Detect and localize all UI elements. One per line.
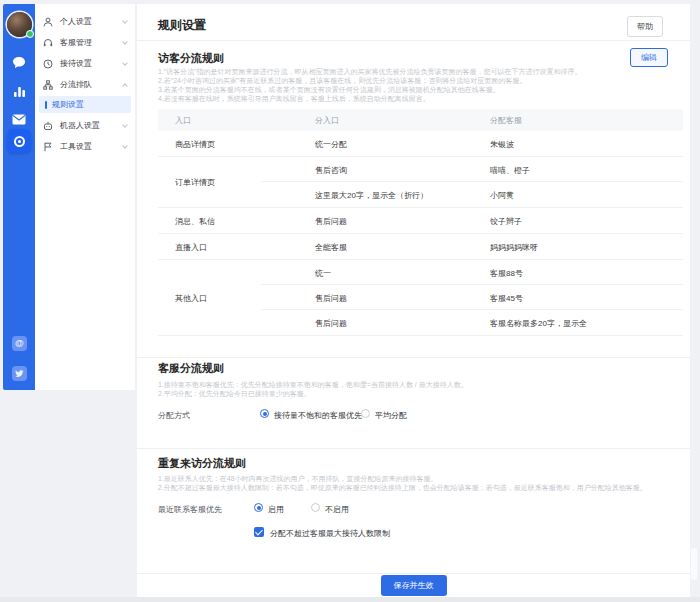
note-line: 4.若没有客服在线时，系统将引导用户离线留言，客服上线后，系统自动分配离线留言。: [158, 94, 582, 103]
sidebar-item-agent-management[interactable]: 客服管理: [35, 32, 135, 53]
content-panel: 规则设置 帮助 访客分流规则 编辑 1.“访客分流”指的是针对页面来源进行分流，…: [137, 4, 690, 597]
sidebar-item-label: 接待设置: [60, 58, 123, 69]
repeat-rules-notes: 1.最近联系人优先：在48小时内再次进线的用户，不用排队，直接分配给原来的接待客…: [158, 474, 647, 492]
radio-average-allocation[interactable]: [361, 409, 370, 418]
recent-contact-label: 最近联系客服优先: [158, 504, 222, 515]
footer-bar: 保存并生效: [137, 573, 690, 597]
divider: [137, 40, 690, 41]
note-line: 1.接待量不饱和客服优先：优先分配给接待量不饱和的客服，饱和度=当前接待人数 /…: [158, 380, 468, 389]
max-reception-limit-row: 分配不超过客服最大接待人数限制: [158, 526, 678, 540]
chat-icon[interactable]: [3, 52, 35, 72]
table-body: 商品详情页统一分配朱银波订单详情页售后咨询喵喵、橙子这里最大20字，显示全（折行…: [158, 131, 683, 336]
table-row: 售后问题饺子辫子: [158, 208, 683, 233]
note-line: 2.平均分配：优先分配给今日已接待量少的客服。: [158, 389, 468, 398]
sidebar-menu: 个人设置 客服管理 接待设置 分流排队 规则设置 机器人设置: [35, 4, 135, 390]
column-header-entrance: 入口: [175, 115, 191, 126]
note-line: 2.分配不超过客服最大接待人数限制：若不勾选，即使原来的客服已经到达接待上限，也…: [158, 483, 647, 492]
agents-cell: 朱银波: [490, 138, 514, 149]
app-rail: @: [3, 4, 35, 390]
chevron-down-icon: [122, 143, 128, 149]
sidebar-item-reception-settings[interactable]: 接待设置: [35, 53, 135, 74]
save-button[interactable]: 保存并生效: [381, 575, 447, 596]
radio-label[interactable]: 接待量不饱和的客服优先: [274, 410, 362, 421]
robot-icon: [43, 120, 54, 131]
divider: [137, 357, 690, 358]
column-header-sub-entrance: 分入口: [315, 115, 339, 126]
agents-cell: 客服45号: [490, 292, 523, 303]
target-ring: [14, 136, 25, 147]
bar-chart-icon[interactable]: [3, 82, 35, 102]
scrollbar-thumb[interactable]: [691, 548, 697, 580]
sub-entrance-cell: 这里最大20字，显示全（折行）: [315, 189, 428, 200]
radio-label[interactable]: 启用: [268, 504, 284, 515]
visitor-rules-title: 访客分流规则: [158, 51, 224, 66]
chevron-up-icon: [122, 83, 128, 89]
page-title: 规则设置: [158, 17, 206, 34]
sub-entrance-cell: 售后问题: [315, 317, 347, 328]
routing-table: 入口 分入口 分配客服 商品详情页统一分配朱银波订单详情页售后咨询喵喵、橙子这里…: [158, 109, 683, 336]
agents-cell: 小阿黄: [490, 189, 514, 200]
online-status-dot: [26, 30, 34, 38]
table-group: 其他入口统一客服88号售后问题客服45号售后问题客服名称最多20字，显示全: [158, 260, 683, 336]
avatar[interactable]: [7, 12, 32, 37]
table-group: 消息、私信售后问题饺子辫子: [158, 208, 683, 234]
table-row: 售后问题客服名称最多20字，显示全: [158, 310, 683, 335]
table-row: 售后咨询喵喵、橙子: [158, 157, 683, 182]
radio-unsaturated-first[interactable]: [260, 409, 269, 418]
chevron-down-icon: [122, 60, 128, 66]
sidebar-item-label: 个人设置: [60, 16, 123, 27]
page-bottom-strip: [0, 597, 700, 602]
sidebar-item-personal-settings[interactable]: 个人设置: [35, 11, 135, 32]
chevron-down-icon: [122, 18, 128, 24]
help-button[interactable]: 帮助: [627, 16, 663, 37]
agent-rules-title: 客服分流规则: [158, 361, 224, 376]
allocation-method-row: 分配方式 接待量不饱和的客服优先 平均分配: [158, 408, 678, 422]
divider: [137, 448, 690, 449]
at-badge-icon[interactable]: @: [12, 336, 27, 351]
sub-entrance-cell: 售后问题: [315, 215, 347, 226]
table-row: 全能客服妈妈妈妈咪呀: [158, 234, 683, 259]
note-line: 1.“访客分流”指的是针对页面来源进行分流，即从相应页面进入的买家将优先被分流给…: [158, 67, 582, 76]
headset-icon: [43, 37, 54, 48]
sub-entrance-cell: 统一分配: [315, 138, 347, 149]
checkbox-label[interactable]: 分配不超过客服最大接待人数限制: [270, 528, 390, 539]
mail-icon[interactable]: [3, 109, 35, 129]
agents-cell: 客服名称最多20字，显示全: [490, 317, 587, 328]
agents-cell: 妈妈妈妈咪呀: [490, 241, 538, 252]
chevron-down-icon: [122, 39, 128, 45]
service-center-icon[interactable]: [7, 129, 31, 153]
sidebar-item-label: 工具设置: [60, 141, 123, 152]
sidebar-item-robot-settings[interactable]: 机器人设置: [35, 115, 135, 136]
visitor-rules-notes: 1.“访客分流”指的是针对页面来源进行分流，即从相应页面进入的买家将优先被分流给…: [158, 67, 582, 103]
sub-entrance-cell: 售后问题: [315, 292, 347, 303]
edit-button[interactable]: 编辑: [630, 48, 668, 67]
agent-rules-notes: 1.接待量不饱和客服优先：优先分配给接待量不饱和的客服，饱和度=当前接待人数 /…: [158, 380, 468, 398]
sidebar-item-label: 机器人设置: [60, 120, 123, 131]
max-limit-checkbox[interactable]: [254, 527, 264, 537]
radio-disable[interactable]: [311, 503, 320, 512]
radio-label[interactable]: 不启用: [325, 504, 349, 515]
note-line: 2.若“24小时咨询过的买家”有最近联系过的客服，且该客服在线，则优先分流给该客…: [158, 76, 582, 85]
sidebar-item-routing-queue[interactable]: 分流排队: [35, 74, 135, 95]
radio-enable[interactable]: [254, 503, 263, 512]
note-line: 3.若某个页面的分流客服均不在线，或者某个页面没有设置任何分流规则，消息将被随机…: [158, 85, 582, 94]
sidebar-subitem-rule-settings[interactable]: 规则设置: [39, 96, 131, 113]
note-line: 1.最近联系人优先：在48小时内再次进线的用户，不用排队，直接分配给原来的接待客…: [158, 474, 647, 483]
page-header: 规则设置 帮助: [137, 4, 690, 40]
user-icon: [43, 16, 54, 27]
table-group: 商品详情页统一分配朱银波: [158, 131, 683, 157]
active-marker: [45, 101, 47, 109]
agents-cell: 喵喵、橙子: [490, 164, 530, 175]
allocation-method-label: 分配方式: [158, 410, 190, 421]
sidebar-item-tool-settings[interactable]: 工具设置: [35, 136, 135, 157]
sub-entrance-cell: 全能客服: [315, 241, 347, 252]
chevron-down-icon: [122, 122, 128, 128]
repeat-rules-title: 重复来访分流规则: [158, 456, 246, 471]
radio-label[interactable]: 平均分配: [375, 410, 407, 421]
sidebar-subitem-label: 规则设置: [52, 99, 84, 110]
bird-badge-icon[interactable]: [12, 366, 27, 381]
table-row: 这里最大20字，显示全（折行）小阿黄: [158, 182, 683, 207]
table-group: 直播入口全能客服妈妈妈妈咪呀: [158, 234, 683, 260]
table-group: 订单详情页售后咨询喵喵、橙子这里最大20字，显示全（折行）小阿黄: [158, 157, 683, 208]
recent-contact-row: 最近联系客服优先 启用 不启用: [158, 502, 678, 516]
